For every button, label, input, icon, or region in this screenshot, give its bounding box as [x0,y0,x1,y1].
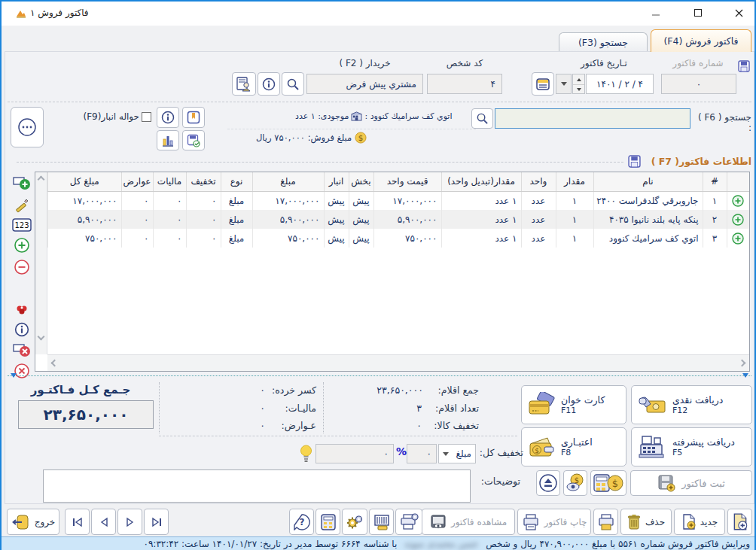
minimize-button[interactable] [643,2,669,24]
chart-button[interactable] [157,130,179,150]
view-invoice-button[interactable]: مشاهده فاکتور [422,509,515,535]
new-invoice-icon-button[interactable] [727,509,752,535]
nav-last-button[interactable] [144,509,169,535]
table-cell[interactable]: پیش [324,210,349,229]
delete-button[interactable]: حذف [620,509,672,535]
table-cell[interactable]: ۰ [121,229,153,248]
calc-money-button[interactable]: $ [590,470,626,496]
splitter-arrow-left[interactable] [11,373,17,378]
table-cell[interactable]: ۱ [703,191,727,210]
table-row[interactable]: ۲پنکه پایه بلند نانیوا ۴۰۳۵۱عدد۱ عدد۵,۹۰… [48,210,750,229]
table-cell[interactable]: ۰ [121,191,153,210]
exit-button[interactable]: خروج [7,509,59,535]
table-cell[interactable]: ۱ عدد [441,210,521,229]
invoice-date-field[interactable]: ۱۴۰۱ / ۲ / ۴ [586,74,654,94]
table-cell[interactable]: ۰ [121,210,153,229]
table-cell[interactable]: ۱۷,۰۰۰,۰۰۰ [373,191,441,210]
date-spinner[interactable] [572,74,585,94]
money-view-button[interactable]: $ [563,470,587,496]
settings-button[interactable] [342,509,367,535]
customer-details-button[interactable] [232,72,256,96]
calculator-button[interactable] [316,509,340,535]
table-cell[interactable]: ۷۵۰,۰۰۰ [373,229,441,248]
new-button[interactable]: جدید [674,509,725,535]
advanced-receive-button[interactable]: دریافت پیشرفتهF5 [631,427,752,466]
more-options-button[interactable] [11,107,44,147]
table-cell[interactable]: پیش [349,210,373,229]
gift-icon[interactable] [14,302,29,318]
notes-textarea[interactable] [43,469,471,503]
splitter-arrow-right[interactable] [742,373,748,378]
item-info-button[interactable] [157,107,179,128]
row-add-icon[interactable] [727,229,749,248]
discount-percent-input[interactable]: ۰ [316,444,394,463]
credit-button[interactable]: $ اعتبـاریF8 [521,427,626,466]
table-horizontal-scrollbar[interactable] [47,354,749,371]
warehouse-checkbox[interactable] [142,112,151,122]
nav-prev-button[interactable] [91,509,116,535]
table-cell[interactable]: ۰ [153,210,186,229]
buyer-search-button[interactable] [282,72,304,96]
table-cell[interactable]: ۷۵۰,۰۰۰ [252,229,324,248]
print-invoice-button[interactable]: چاپ فاکتور [517,509,591,535]
search-input[interactable] [495,108,690,129]
table-cell[interactable]: ۰ [186,229,221,248]
table-vertical-scrollbar[interactable] [35,172,47,354]
table-cell[interactable]: ۵,۹۰۰,۰۰۰ [252,210,324,229]
increase-icon[interactable] [14,237,30,254]
save-check-button[interactable] [182,130,205,150]
table-cell[interactable]: پیش [349,229,373,248]
table-cell[interactable]: پنکه پایه بلند نانیوا ۴۰۳۵ [593,210,703,229]
card-reader-button[interactable]: کارت خوانF11 [521,385,626,424]
table-cell[interactable]: ۱ [556,210,593,229]
table-cell[interactable]: مبلغ [221,229,252,248]
buyer-field[interactable]: مشتري پیش فرض [306,74,423,94]
delete-row-icon[interactable] [13,342,31,358]
eject-button[interactable] [536,470,560,496]
nav-next-button[interactable] [117,509,142,535]
table-cell[interactable]: ۱۷,۰۰۰,۰۰۰ [252,191,324,210]
table-cell[interactable]: ۱ عدد [441,229,521,248]
table-row[interactable]: ۳اتوي کف سرامیك کنوود۱عدد۱ عدد۷۵۰,۰۰۰پیش… [48,229,750,248]
date-dropdown-button[interactable] [556,74,572,94]
discount-type-select[interactable]: مبلغ [438,444,476,463]
table-row[interactable]: ۱جاروبرقي گلدفراست ۲۴۰۰۱عدد۱ عدد۱۷,۰۰۰,۰… [48,191,750,210]
row-add-icon[interactable] [727,191,749,210]
decrease-icon[interactable] [14,259,30,275]
table-cell[interactable]: عدد [521,191,556,210]
table-cell[interactable]: اتوي کف سرامیك کنوود [593,229,703,248]
table-cell[interactable]: ۵,۹۰۰,۰۰۰ [48,210,122,229]
table-cell[interactable]: ۰ [153,229,186,248]
table-cell[interactable]: ۷۵۰,۰۰۰ [48,229,122,248]
maximize-button[interactable] [685,2,711,24]
bookmark-button[interactable] [182,107,205,128]
barcode-print-button[interactable] [369,509,394,535]
close-button[interactable] [726,2,751,24]
splitter[interactable] [8,375,751,376]
table-cell[interactable]: مبلغ [221,210,252,229]
table-cell[interactable]: ۲ [703,210,727,229]
invoice-number-field[interactable]: ۰ [661,74,736,94]
table-cell[interactable]: ۰ [186,191,221,210]
table-cell[interactable]: عدد [521,229,556,248]
table-cell[interactable]: ۳ [703,229,727,248]
add-row-icon[interactable] [13,175,31,191]
table-cell[interactable]: پیش [324,191,349,210]
cash-receive-button[interactable]: دریافت نقدیF12 [631,385,752,424]
table-cell[interactable]: جاروبرقي گلدفراست ۲۴۰۰ [593,191,703,210]
discount-amount-input[interactable]: ۰ [407,444,437,463]
table-cell[interactable]: ۰ [153,191,186,210]
table-cell[interactable]: پیش [349,191,373,210]
nav-first-button[interactable] [65,509,90,535]
print-settings-button[interactable] [395,509,422,535]
table-cell[interactable]: ۰ [186,210,221,229]
row-add-icon[interactable] [727,210,749,229]
buyer-info-button[interactable] [258,72,280,96]
tab-sales-invoice[interactable]: فاکتور فروش (F4) [651,29,751,52]
quick-print-button[interactable] [593,509,618,535]
quantity-icon[interactable]: 123 [12,218,32,232]
submit-invoice-button[interactable]: ثبت فاکتور [630,470,752,496]
table-cell[interactable]: ۵,۹۰۰,۰۰۰ [373,210,441,229]
table-cell[interactable]: ۱ عدد [441,191,521,210]
info-row-icon[interactable] [14,322,29,337]
